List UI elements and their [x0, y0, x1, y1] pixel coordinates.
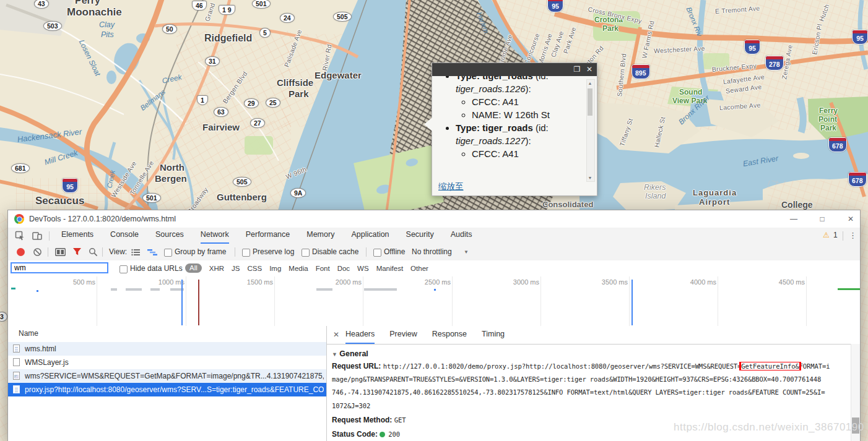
popup-scroll-thumb[interactable] — [588, 88, 592, 116]
group-by-frame-label: Group by frame — [175, 247, 226, 256]
general-section-header[interactable]: ▼ General — [332, 349, 368, 358]
activity-bar — [316, 288, 332, 291]
tick-label: 4500 ms — [770, 278, 805, 286]
minimize-button[interactable]: — — [783, 210, 804, 228]
warning-icon[interactable]: ⚠ — [823, 231, 830, 239]
tab-response[interactable]: Response — [432, 326, 467, 344]
place-label: Ridgefield — [204, 33, 252, 44]
tab-console[interactable]: Console — [110, 228, 139, 244]
scroll-down-icon[interactable]: ▼ — [587, 176, 593, 180]
filmstrip-icon[interactable] — [55, 248, 66, 256]
view-label: View: — [109, 247, 127, 256]
request-bar-green — [838, 288, 860, 290]
tab-memory[interactable]: Memory — [306, 228, 334, 244]
route-badge: 5 — [259, 28, 271, 38]
filter-type-other[interactable]: Other — [410, 265, 428, 272]
close-details-icon[interactable]: ✕ — [333, 330, 339, 339]
zoom-to-link[interactable]: 缩放至 — [438, 181, 464, 192]
status-code-value: 200 — [388, 430, 400, 438]
close-button[interactable]: ✕ — [840, 210, 861, 228]
tab-elements[interactable]: Elements — [61, 228, 93, 244]
name-column-header[interactable]: Name — [19, 329, 38, 338]
waterfall-icon[interactable] — [147, 249, 157, 256]
divider — [49, 231, 50, 241]
gridline — [97, 276, 97, 326]
filter-type-media[interactable]: Media — [289, 265, 308, 272]
tab-security[interactable]: Security — [406, 228, 434, 244]
group-by-frame-checkbox[interactable] — [164, 249, 172, 257]
tab-headers[interactable]: Headers — [345, 326, 375, 344]
feature-id: tiger_roads.1226 — [456, 83, 526, 94]
request-method-label: Request Method: — [332, 416, 392, 424]
tab-network[interactable]: Network — [201, 228, 229, 244]
place-label: Cliffside — [277, 77, 313, 88]
place-label: Bergen — [155, 173, 187, 184]
request-row[interactable]: wms?SERVICE=WMS&REQUEST=GetMap&FORMAT=im… — [8, 369, 326, 383]
device-toolbar-icon[interactable] — [32, 231, 42, 241]
request-row[interactable]: WMSLayer.js — [8, 356, 326, 369]
clear-icon[interactable] — [33, 247, 42, 257]
record-button[interactable] — [17, 248, 25, 256]
preserve-log-checkbox[interactable] — [242, 249, 250, 257]
feature-attr: CFCC: A41 — [472, 147, 577, 160]
activity-dot — [434, 289, 436, 291]
filter-type-font[interactable]: Font — [316, 265, 330, 272]
request-row-selected[interactable]: proxy.jsp?http://localhost:8080/geoserve… — [8, 383, 326, 396]
filter-type-img[interactable]: Img — [269, 265, 281, 272]
disable-cache-checkbox[interactable] — [302, 249, 310, 257]
place-label: Secaucus — [35, 195, 84, 207]
request-list-header[interactable]: Name — [8, 326, 326, 343]
place-label: Park — [289, 88, 309, 99]
image-icon — [13, 372, 20, 380]
screen: Moonachie Ridgefield Edgewater Cliffside… — [0, 0, 868, 441]
filter-type-js[interactable]: JS — [232, 265, 240, 272]
devtools-titlebar[interactable]: DevTools - 127.0.0.1:8020/demo/wms.html … — [8, 210, 860, 228]
popup-titlebar[interactable]: ❐ ✕ — [432, 63, 597, 76]
search-icon[interactable] — [89, 247, 98, 257]
popup-maximize-button[interactable]: ❐ — [572, 64, 582, 75]
tab-application[interactable]: Application — [351, 228, 389, 244]
route-badge: 46 — [192, 1, 207, 11]
overflow-menu-icon[interactable]: ⋮ — [849, 231, 857, 240]
park-label: Sound — [679, 88, 702, 96]
popup-scrollbar[interactable]: ▲ ▼ — [586, 79, 595, 182]
filter-type-doc[interactable]: Doc — [337, 265, 350, 272]
filter-input[interactable] — [11, 262, 108, 273]
feature-attr: CFCC: A41 — [472, 95, 577, 108]
disclosure-triangle-icon[interactable]: ▼ — [332, 351, 337, 358]
activity-bar — [364, 288, 397, 291]
filter-type-ws[interactable]: WS — [357, 265, 369, 272]
tab-preview[interactable]: Preview — [389, 326, 417, 344]
filter-type-xhr[interactable]: XHR — [209, 265, 224, 272]
tab-timing[interactable]: Timing — [482, 326, 505, 344]
scroll-up-icon[interactable]: ▲ — [587, 81, 593, 85]
inspect-element-icon[interactable] — [15, 231, 25, 241]
network-overview-timeline[interactable]: 500 ms 1000 ms 1500 ms 2000 ms 2500 ms 3… — [8, 276, 860, 327]
maximize-button[interactable]: □ — [812, 210, 833, 228]
tab-audits[interactable]: Audits — [451, 228, 472, 244]
activity-dot — [37, 290, 38, 292]
tab-performance[interactable]: Performance — [246, 228, 290, 244]
chevron-down-icon[interactable]: ▼ — [464, 249, 469, 255]
throttling-select[interactable]: No throttling — [412, 247, 452, 256]
feature-item: Type: tiger_roads (id: tiger_roads.1226)… — [456, 69, 577, 121]
place-label: Moonachie — [67, 6, 122, 19]
request-row[interactable]: wms.html — [8, 342, 326, 356]
hide-data-urls-checkbox[interactable] — [119, 265, 128, 273]
offline-checkbox[interactable] — [373, 249, 381, 257]
status-ok-icon — [380, 432, 385, 437]
warning-count[interactable]: 1 — [833, 231, 838, 239]
filter-icon[interactable] — [72, 247, 82, 256]
gridline — [718, 276, 718, 326]
tab-sources[interactable]: Sources — [155, 228, 184, 244]
request-url-row: Request URL: http://127.0.0.1:8020/demo/… — [332, 362, 849, 370]
filter-type-css[interactable]: CSS — [247, 265, 262, 272]
popup-close-button[interactable]: ✕ — [584, 64, 594, 75]
hide-data-urls-label: Hide data URLs — [130, 264, 183, 273]
list-view-icon[interactable] — [131, 249, 140, 256]
filter-type-manifest[interactable]: Manifest — [376, 265, 403, 272]
park-label: Point — [818, 115, 837, 124]
activity-bar — [111, 288, 117, 291]
gridline — [274, 276, 275, 326]
filter-type-all[interactable]: All — [185, 263, 202, 273]
